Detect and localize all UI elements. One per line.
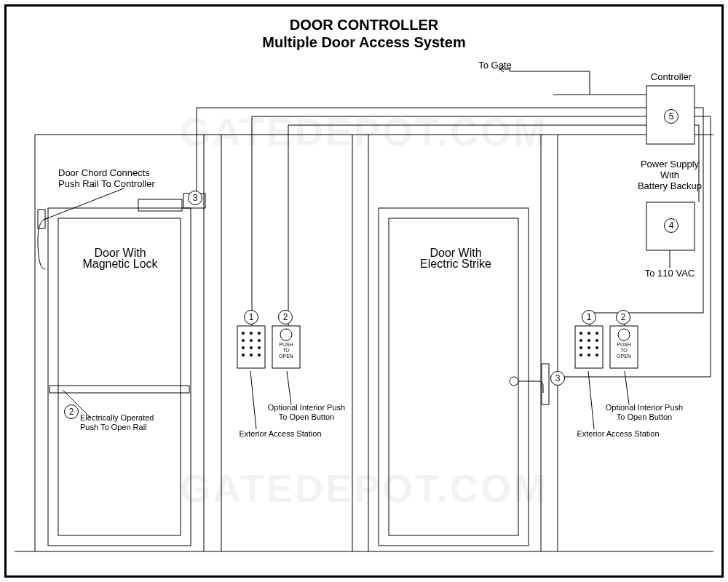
svg-point-38 [596, 332, 598, 335]
svg-point-32 [258, 354, 261, 356]
callout-2-right: 2 [616, 310, 630, 324]
svg-point-47 [596, 354, 598, 356]
svg-point-40 [587, 339, 590, 342]
svg-point-23 [258, 332, 261, 335]
svg-point-46 [587, 354, 590, 356]
controller-label: Controller [635, 71, 708, 82]
svg-point-26 [258, 339, 261, 342]
svg-point-44 [596, 346, 598, 349]
svg-point-41 [596, 339, 598, 342]
callout-1-right: 1 [582, 310, 596, 324]
svg-point-43 [587, 346, 590, 349]
svg-point-42 [579, 346, 582, 349]
door-strike-label: Door With Electric Strike [405, 247, 507, 269]
door-maglock-label: Door With Magnetic Lock [73, 247, 167, 269]
svg-point-17 [510, 377, 518, 386]
callout-3-right: 3 [550, 371, 565, 386]
svg-point-39 [579, 339, 582, 342]
svg-point-36 [579, 332, 582, 335]
optional-push-label-right: Optional Interior Push To Open Button [582, 403, 706, 422]
to-gate-label: To Gate [466, 60, 524, 71]
svg-point-27 [242, 346, 245, 349]
callout-4: 4 [664, 218, 678, 233]
callout-2-rail: 2 [64, 404, 79, 419]
svg-point-37 [587, 332, 590, 335]
to-110vac-label: To 110 VAC [633, 268, 706, 279]
svg-line-69 [44, 188, 124, 220]
optional-push-label-left: Optional Interior Push To Open Button [245, 403, 368, 422]
exterior-station-label-right: Exterior Access Station [556, 429, 680, 439]
diagram-svg [0, 0, 728, 582]
push-rail-label: Electrically Operated Push To Open Rail [80, 413, 197, 432]
svg-point-28 [250, 346, 253, 349]
door-chord-label: Door Chord Connects Push Rail To Control… [58, 167, 189, 189]
svg-point-31 [250, 354, 253, 356]
svg-point-25 [250, 339, 253, 342]
push-to-open-text: PUSH TO OPEN [612, 342, 636, 359]
callout-3-left: 3 [188, 191, 202, 205]
svg-point-24 [242, 339, 245, 342]
svg-point-22 [250, 332, 253, 335]
callout-1-left: 1 [244, 310, 258, 324]
svg-point-29 [258, 346, 261, 349]
svg-rect-11 [50, 386, 189, 393]
callout-2-left: 2 [278, 310, 293, 324]
callout-5: 5 [664, 109, 678, 124]
power-supply-label: Power Supply With Battery Backup [619, 159, 721, 191]
exterior-station-label-left: Exterior Access Station [218, 429, 342, 439]
svg-point-33 [280, 329, 292, 340]
svg-point-48 [618, 329, 630, 340]
svg-rect-12 [138, 199, 182, 211]
svg-point-45 [579, 354, 582, 356]
svg-point-30 [242, 354, 245, 356]
svg-point-21 [242, 332, 245, 335]
push-to-open-text: PUSH TO OPEN [274, 342, 298, 359]
